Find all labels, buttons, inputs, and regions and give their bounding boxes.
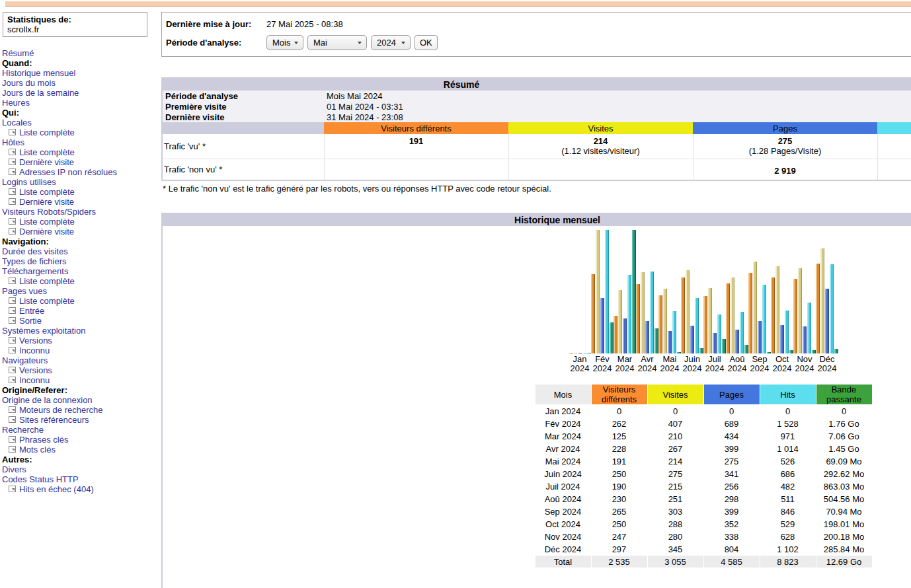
menu-box-arrow-icon <box>9 307 16 314</box>
ok-button[interactable]: OK <box>415 35 438 50</box>
chart-bar <box>834 349 838 353</box>
sidebar-link[interactable]: Navigateurs <box>2 355 48 365</box>
monthly-cell: Nov 2024 <box>535 531 591 542</box>
menu-box-arrow-icon <box>9 159 16 165</box>
summary-info-row: Première visite01 Mai 2024 - 03:31 <box>163 101 911 112</box>
sidebar-link[interactable]: Téléchargements <box>2 266 68 276</box>
sidebar-link[interactable]: Sortie <box>9 316 42 326</box>
sidebar-link[interactable]: Jours du mois <box>2 78 56 88</box>
sidebar-link[interactable]: Liste complète <box>9 276 75 286</box>
monthly-cell: 0 <box>816 405 872 417</box>
sidebar-link[interactable]: Entrée <box>9 306 44 316</box>
chart-bar <box>605 230 609 353</box>
chart-x-labels: Jan2024Fév2024Mar2024Avr2024Mai2024Juin2… <box>569 355 838 373</box>
sidebar-item: Logins utilises <box>2 177 161 187</box>
sidebar-item: Dernière visite <box>2 227 161 237</box>
chart-x-label: Déc2024 <box>816 355 838 373</box>
site-name: scrollx.fr <box>7 24 143 34</box>
sidebar-link[interactable]: Codes Status HTTP <box>2 474 79 484</box>
sidebar-link[interactable]: Durée des visites <box>2 246 68 256</box>
chart-bar <box>807 303 811 353</box>
monthly-cell: 210 <box>648 430 703 442</box>
sidebar-link[interactable]: Adresses IP non résolues <box>9 167 117 177</box>
sidebar-link[interactable]: Origine de la connexion <box>2 395 93 405</box>
chart-month-group <box>569 353 591 353</box>
chart-bar <box>573 353 577 353</box>
sidebar-link[interactable]: Sites référenceurs <box>9 415 89 425</box>
chart-bar <box>582 353 586 353</box>
sidebar-link[interactable]: Dernière visite <box>9 157 74 167</box>
period-type-select[interactable]: Mois <box>266 35 303 50</box>
chart-x-label: Jan2024 <box>569 355 591 373</box>
sidebar-item: Liste complète <box>2 217 161 227</box>
chart-bar <box>600 298 604 353</box>
sidebar-link[interactable]: Inconnu <box>9 375 50 385</box>
monthly-table-row: Aoû 2024230251298511504.56 Mo <box>535 493 872 505</box>
monthly-table-header-row: MoisVisiteurs différentsVisitesPagesHits… <box>535 385 872 404</box>
sidebar-link[interactable]: Historique mensuel <box>2 68 75 78</box>
sidebar-link[interactable]: Jours de la semaine <box>2 88 79 98</box>
menu-box-arrow-icon <box>9 486 16 492</box>
monthly-table-row: Juil 2024190215256482863.03 Mo <box>535 480 872 492</box>
sidebar-link[interactable]: Dernière visite <box>9 197 74 207</box>
monthly-cell: 297 <box>592 543 647 555</box>
sidebar-link[interactable]: Liste complète <box>9 147 75 157</box>
sidebar-link[interactable]: Dernière visite <box>9 227 74 237</box>
sidebar-link[interactable]: Divers <box>2 464 26 474</box>
sidebar-link[interactable]: Phrases clés <box>9 435 68 445</box>
sidebar-link[interactable]: Liste complète <box>9 217 75 227</box>
monthly-column-header: Visites <box>648 385 703 404</box>
sidebar-link[interactable]: Inconnu <box>9 346 50 355</box>
sidebar-link[interactable]: Hits en échec (404) <box>9 484 94 494</box>
sidebar-link[interactable]: Visiteurs Robots/Spiders <box>2 207 96 217</box>
sidebar-link[interactable]: Locales <box>2 118 32 128</box>
sidebar-link[interactable]: Liste complète <box>9 296 75 306</box>
sidebar-link[interactable]: Types de fichiers <box>2 256 67 266</box>
menu-box-arrow-icon <box>9 129 16 135</box>
monthly-cell: Aoû 2024 <box>535 493 591 505</box>
sidebar-link[interactable]: Logins utilises <box>2 177 56 187</box>
sidebar-item: Dernière visite <box>2 157 161 167</box>
sidebar-item: Recherche <box>2 425 161 435</box>
sidebar-item: Origine de la connexion <box>2 395 161 405</box>
sidebar-link[interactable]: Liste complète <box>9 187 75 197</box>
sidebar-link[interactable]: Versions <box>9 365 52 375</box>
chart-month-group <box>681 270 703 353</box>
monthly-cell: Mai 2024 <box>535 455 591 467</box>
menu-box-arrow-icon <box>9 198 16 205</box>
sidebar-link[interactable]: Hôtes <box>2 137 24 147</box>
monthly-cell: Sep 2024 <box>535 505 591 517</box>
period-month-select[interactable]: Mai <box>307 35 367 50</box>
menu-box-arrow-icon <box>9 406 16 413</box>
update-period-box: Dernière mise à jour: 27 Mai 2025 - 08:3… <box>161 12 911 57</box>
summary-data-row: Trafic 'vu' *191214(1.12 visites/visiteu… <box>163 134 911 159</box>
chart-bar <box>830 264 834 353</box>
summary-footnote: * Le trafic 'non vu' est le trafic génér… <box>163 184 911 194</box>
sidebar-link[interactable]: Heures <box>2 98 30 108</box>
monthly-total-cell: Total <box>535 556 591 568</box>
chart-month-group <box>816 248 838 353</box>
monthly-cell: 1 102 <box>760 543 816 555</box>
sidebar-link[interactable]: Moteurs de recherche <box>9 405 102 415</box>
monthly-cell: 280 <box>648 531 703 542</box>
period-year-select[interactable]: 2024 <box>371 35 411 50</box>
monthly-cell: 230 <box>592 493 647 505</box>
sidebar-link[interactable]: Recherche <box>2 425 44 435</box>
chart-bar <box>641 272 645 353</box>
sidebar-link[interactable]: Pages vues <box>2 286 47 296</box>
chart-x-label: Sep2024 <box>748 355 771 373</box>
monthly-table-row: Mai 202419121427552669.09 Mo <box>535 455 872 467</box>
monthly-title-bar: Historique mensuel <box>163 214 911 226</box>
chart-bar <box>820 248 824 353</box>
sidebar-link[interactable]: Liste complète <box>9 128 75 137</box>
summary-data-row: Trafic 'non vu' *2 919 <box>163 159 911 180</box>
sidebar-link[interactable]: Mots clés <box>9 445 56 455</box>
sidebar-link[interactable]: Systèmes exploitation <box>2 326 85 336</box>
sidebar-link[interactable]: Résumé <box>2 48 34 58</box>
summary-header-corner <box>163 122 324 134</box>
chart-bar <box>686 270 690 353</box>
period-type-select-wrap: Mois <box>266 35 303 50</box>
summary-row-label: Trafic 'non vu' * <box>163 159 324 180</box>
sidebar-link[interactable]: Versions <box>9 336 52 346</box>
sidebar-section-header: Origine/Referer: <box>2 385 67 395</box>
